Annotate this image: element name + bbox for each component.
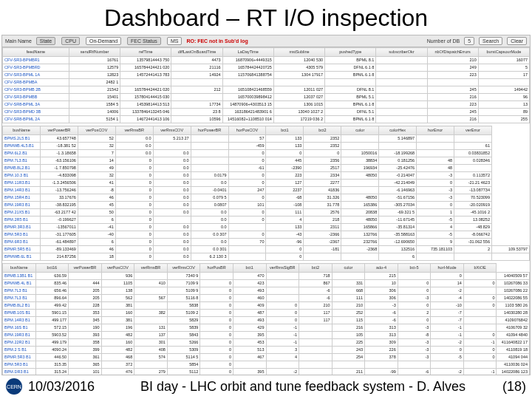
col-header[interactable]: mstSubline [273, 48, 324, 57]
cell: 936 [101, 273, 134, 280]
table-row[interactable]: BPM.5R3 B1-31.177605-4000.00.0 3070-43-2… [3, 231, 530, 239]
table-row[interactable]: CFV-SR8-BPML 2A5154 114672441413 1061059… [3, 116, 530, 123]
table-row[interactable]: BPM.15R4.B133.176764600.00.079 50-6831.3… [3, 194, 530, 202]
col-header[interactable]: bct2 [299, 264, 332, 273]
table-row[interactable]: BPM.22R2 B1499.17935816030152660453-1225… [3, 339, 530, 347]
col-header[interactable]: burstCapsourMode [478, 48, 529, 57]
table-row[interactable]: BPMB.10S B15901.153531603825109 20487011… [3, 310, 530, 317]
col-header[interactable]: verRmsCOV [167, 264, 200, 273]
col-header[interactable]: bct2 [304, 126, 341, 135]
col-header[interactable]: verRmsBR [115, 126, 153, 135]
table-row[interactable]: BPM.19R3 B15903.5239348213758430395-1105… [3, 332, 530, 339]
cell: BPM.2R5 B1 [3, 216, 41, 224]
table-row[interactable]: BPM.DR3 B1315.2410147627951120395-2211-9… [3, 369, 530, 376]
col-header[interactable]: feedName [3, 48, 69, 57]
col-header[interactable]: horError [417, 126, 454, 135]
cell: 245 [427, 109, 478, 116]
table-row[interactable]: BPM.21X5.B1-63.2177 425000.00.0011125762… [3, 209, 530, 216]
table-row[interactable]: CFV-SR3-BPMB 2B21542165784424421 0202121… [3, 86, 530, 94]
col-header[interactable]: horI-Mode [431, 264, 464, 273]
col-header[interactable]: verPowerBR [40, 126, 78, 135]
numdb-value[interactable]: 5 [464, 37, 474, 45]
table-row[interactable]: CFV-SR8-BPMBA2482 1 [3, 79, 530, 86]
col-header[interactable]: verError [454, 126, 492, 135]
col-header[interactable]: LaDayTime [222, 48, 273, 57]
table-row[interactable]: BPMR.3R3.B1-13567011-4100.00.01332311165… [3, 224, 530, 231]
col-header[interactable]: color [332, 264, 365, 273]
table-row[interactable]: BPMS.2L5.B143.657748520.05.213 275713323… [3, 135, 530, 143]
col-header[interactable]: ado-4 [365, 264, 398, 273]
table-row[interactable]: BPM.6L2.B1-1.3.1865870.00.00001050016-18… [3, 150, 530, 157]
cell: 0.0 [153, 157, 191, 165]
cell: 17219 036 2 [273, 116, 324, 123]
col-header[interactable]: bct1 [233, 264, 266, 273]
table-row[interactable]: CFV-SR3-BPMBR11676113579814443 750447316… [3, 57, 530, 64]
table-row[interactable]: BPMR.5R3 B1446.503614685745114 504674254… [3, 354, 530, 361]
col-header[interactable]: bct-5 [398, 264, 431, 273]
cell: 10 [365, 280, 398, 287]
table-row[interactable]: BPM.7L3 B1896.642055625675116 80460-6111… [3, 295, 530, 302]
col-header[interactable]: verRmsSigBR [266, 264, 299, 273]
table-row[interactable]: BPMR.5R5 B1-89.1334694600.00.0 3010-181-… [3, 246, 530, 253]
table-row[interactable]: BPM.6R3 B1-61.484897600.00.070-96-236723… [3, 239, 530, 246]
cell: CFV-SR3-BPMB 2B [3, 86, 69, 94]
col-header[interactable]: color [341, 126, 379, 135]
cell: -1 [431, 324, 464, 332]
table-row[interactable]: BPMB.8L2.B1-1.7.8507984900.0-61-23902517… [3, 165, 530, 172]
col-header[interactable]: busName [3, 126, 41, 135]
select-ms[interactable]: MS [167, 37, 183, 45]
col-header[interactable]: bct1 [266, 126, 304, 135]
tab-ondemand[interactable]: On-Demand [86, 37, 121, 45]
tab-state[interactable]: State [36, 37, 55, 45]
cell: 32 [78, 143, 115, 150]
col-header[interactable]: verRmsCOV [153, 126, 191, 135]
table-row[interactable]: BPM.19R3 B1-38.8321954500.00.0807101-108… [3, 202, 530, 209]
table-row[interactable]: CFV-SR3-BPMBB15401157804144415 030165700… [3, 94, 530, 101]
table-row[interactable]: CFV-SR3-BPMBRD12579165784424421 02021116… [3, 64, 530, 72]
table-row[interactable]: BPM.10.3 B1-4.8330983200.00.017902232334… [3, 172, 530, 180]
table-row[interactable]: BPM.7L3 B1656.462051385109 90493-6668306… [3, 287, 530, 295]
col-header[interactable]: bct16 [35, 264, 69, 273]
table-row[interactable]: BPM.7L3.B1-63.1561061400.004452356388340… [3, 157, 530, 165]
search-button[interactable]: Search [479, 37, 502, 45]
table-row[interactable]: BPM.5R3 B1315.35365372585404110036 024 [3, 361, 530, 369]
table-row[interactable]: BPMWB.4L5.B1-18.381 52320.0-459133235261 [3, 143, 530, 150]
col-header[interactable]: horPosCOV [228, 126, 266, 135]
col-header[interactable]: diffLastOnBoardTime [171, 48, 222, 57]
table-row[interactable]: BPM.2R5 B1-0.199627600.00421848050-11.67… [3, 216, 530, 224]
col-header[interactable]: horPowerBR [191, 126, 228, 135]
col-header[interactable]: nbOfDispatchErrors [427, 48, 478, 57]
col-header[interactable]: subscriberOkr [376, 48, 427, 57]
clear-button[interactable]: Clear [507, 37, 527, 45]
cell: 17 [478, 72, 529, 79]
tab-cpu[interactable]: CPU [61, 37, 80, 45]
col-header[interactable]: verPowerBR [69, 264, 102, 273]
col-header[interactable]: verPosCOV [78, 126, 115, 135]
col-header[interactable]: colorHex [379, 126, 417, 135]
cell: 223 [427, 72, 478, 79]
table-row[interactable]: BPM.14R3 B1-13.756246-800.0-0.0401247223… [3, 187, 530, 194]
col-header[interactable]: pushedType [325, 48, 376, 57]
col-header[interactable]: verPosCOV [101, 264, 134, 273]
col-header[interactable]: busName [3, 264, 36, 273]
table-row[interactable]: BPMWB.4L B1835.4644411054107109 90423867… [3, 280, 530, 287]
table-row[interactable]: BPM.14R3 B1499.177345381582904930117115-… [3, 317, 530, 324]
cell: 165784424421 020 [120, 64, 171, 72]
tab-fecstatus[interactable]: FEC Status [127, 37, 161, 45]
table-row[interactable]: BPM.11R3.B1-1.3.24565064100.00.001272277… [3, 180, 530, 187]
table-row[interactable]: BPMWB.6L B1214.872561800.06.2 130 306 [3, 253, 530, 261]
cell: -31.062 556 [454, 239, 492, 246]
col-header[interactable]: horPosBR [200, 264, 233, 273]
table-row[interactable]: BPM.16S B1572.1519019613158390429-121631… [3, 324, 530, 332]
table-row[interactable]: CFV-SR8-BPML 3A1584 514539814413 5131773… [3, 101, 530, 109]
col-header[interactable]: refTime [120, 48, 171, 57]
col-header[interactable]: sendRtfNumber [69, 48, 120, 57]
table-row[interactable]: CFV-SR3-BPMD 3B140061337846413245 04623 … [3, 109, 530, 116]
col-header[interactable]: verRmsBR [134, 264, 168, 273]
col-header[interactable]: bXtOE [463, 264, 497, 273]
table-row[interactable]: BPMB.8L2 B1499.42228381583804090210210-3… [3, 302, 530, 310]
table-row[interactable]: BPM.2 S B14090.2439948240853090513324322… [3, 347, 530, 354]
table-row[interactable]: CFV-SR3-BPML 1A1282314572441413 78314924… [3, 72, 530, 79]
table-row[interactable]: BPMB.13B1 B1636.599367340 94707182150140… [3, 273, 530, 280]
cell: 15401 [69, 94, 120, 101]
